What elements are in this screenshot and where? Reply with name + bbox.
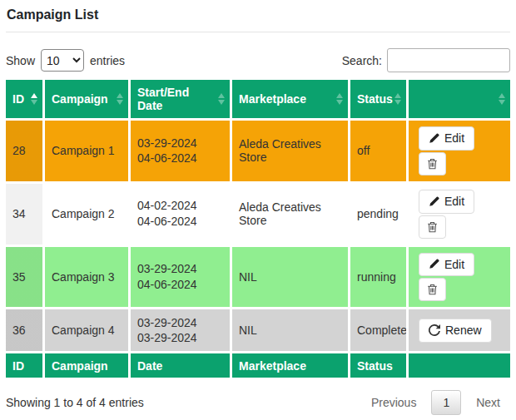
header-campaign[interactable]: Campaign <box>45 80 131 121</box>
table-row: 34 Campaign 2 04-02-2024 04-06-2024 Aled… <box>6 184 510 247</box>
table-row: 28 Campaign 1 03-29-2024 04-06-2024 Aled… <box>6 121 510 184</box>
header-date[interactable]: Start/End Date <box>131 80 232 121</box>
footer-row: ID Campaign Date Marketplace Status <box>6 353 510 380</box>
search-label: Search: <box>342 54 382 67</box>
table-foot: ID Campaign Date Marketplace Status <box>6 353 510 380</box>
cell-marketplace: NIL <box>232 247 350 310</box>
sort-asc-icon <box>499 93 505 98</box>
sort-asc-icon <box>336 93 343 98</box>
footer-status: Status <box>350 353 409 380</box>
page-length-select[interactable]: 10 <box>41 49 84 72</box>
header-status[interactable]: Status <box>350 80 409 121</box>
edit-button[interactable]: Edit <box>419 190 474 214</box>
cell-dates: 04-02-2024 04-06-2024 <box>131 184 232 247</box>
footer-id: ID <box>6 353 45 380</box>
cell-id: 36 <box>6 309 45 353</box>
header-marketplace[interactable]: Marketplace <box>232 80 350 121</box>
cell-id: 34 <box>6 184 45 247</box>
show-label: Show <box>6 54 35 67</box>
header-campaign-label: Campaign <box>52 92 108 106</box>
footer-actions <box>409 353 510 380</box>
header-date-label: Start/End Date <box>137 86 189 112</box>
end-date: 04-06-2024 <box>137 277 223 293</box>
campaign-table: ID Campaign Start/End Date Marketplace S… <box>6 80 510 380</box>
pencil-icon <box>429 259 439 269</box>
table-row: 36 Campaign 4 03-29-2024 03-29-2024 NIL … <box>6 309 510 353</box>
pencil-icon <box>429 196 439 207</box>
table-footer-bar: Showing 1 to 4 of 4 entries Previous 1 N… <box>6 390 510 415</box>
cell-dates: 03-29-2024 04-06-2024 <box>131 247 232 310</box>
refresh-icon <box>429 324 440 336</box>
cell-status: running <box>350 247 409 310</box>
edit-button-label: Edit <box>444 195 464 209</box>
sort-icons <box>31 93 37 105</box>
cell-status: off <box>350 121 409 184</box>
end-date: 04-06-2024 <box>137 151 223 166</box>
cell-actions: Renew <box>409 309 510 353</box>
end-date: 03-29-2024 <box>137 330 223 346</box>
start-date: 03-29-2024 <box>137 136 223 151</box>
cell-dates: 03-29-2024 04-06-2024 <box>131 121 232 184</box>
search-control: Search: <box>342 48 510 72</box>
sort-desc-icon <box>31 100 37 105</box>
table-controls: Show 10 entries Search: <box>6 48 510 72</box>
current-page-button[interactable]: 1 <box>431 390 461 415</box>
cell-id: 28 <box>6 121 45 184</box>
header-marketplace-label: Marketplace <box>239 92 306 106</box>
sort-asc-icon <box>394 93 401 98</box>
cell-campaign: Campaign 2 <box>45 184 131 247</box>
cell-actions: Edit <box>409 184 510 247</box>
start-date: 03-29-2024 <box>137 315 223 331</box>
cell-campaign: Campaign 1 <box>45 121 131 184</box>
edit-button[interactable]: Edit <box>419 253 474 277</box>
title-divider <box>6 32 510 32</box>
search-input[interactable] <box>387 48 510 72</box>
entries-summary: Showing 1 to 4 of 4 entries <box>6 396 144 409</box>
sort-asc-icon <box>218 93 225 98</box>
pencil-icon <box>429 133 439 144</box>
footer-date: Date <box>131 353 232 380</box>
delete-button[interactable] <box>419 215 446 239</box>
sort-desc-icon <box>394 100 401 105</box>
cell-status: pending <box>350 184 409 247</box>
header-status-label: Status <box>357 92 393 106</box>
delete-button[interactable] <box>419 278 446 301</box>
edit-button-label: Edit <box>444 131 464 146</box>
sort-asc-icon <box>117 93 123 98</box>
cell-actions: Edit <box>409 121 510 184</box>
page-length-control: Show 10 entries <box>6 49 125 72</box>
header-actions[interactable] <box>409 80 510 121</box>
header-id-label: ID <box>12 92 24 106</box>
cell-campaign: Campaign 3 <box>45 247 131 310</box>
sort-icons <box>499 93 505 105</box>
table-head: ID Campaign Start/End Date Marketplace S… <box>6 80 510 121</box>
delete-button[interactable] <box>419 152 446 175</box>
renew-button[interactable]: Renew <box>419 319 492 343</box>
edit-button-label: Edit <box>444 258 464 272</box>
footer-campaign: Campaign <box>45 353 131 380</box>
edit-button[interactable]: Edit <box>419 126 474 151</box>
sort-desc-icon <box>336 100 343 105</box>
entries-label: entries <box>90 54 125 67</box>
sort-icons <box>336 93 343 105</box>
start-date: 03-29-2024 <box>137 261 223 277</box>
cell-id: 35 <box>6 247 45 310</box>
cell-marketplace: Aleda Creatives Store <box>232 121 350 184</box>
trash-icon <box>427 284 438 295</box>
header-row: ID Campaign Start/End Date Marketplace S… <box>6 80 510 121</box>
sort-desc-icon <box>218 100 225 105</box>
trash-icon <box>427 221 438 233</box>
start-date: 04-02-2024 <box>137 198 223 214</box>
cell-marketplace: NIL <box>232 309 350 353</box>
table-body: 28 Campaign 1 03-29-2024 04-06-2024 Aled… <box>6 121 510 353</box>
previous-page-button[interactable]: Previous <box>361 391 426 414</box>
sort-icons <box>394 93 401 105</box>
next-page-button[interactable]: Next <box>466 391 510 414</box>
sort-desc-icon <box>499 100 505 105</box>
cell-campaign: Campaign 4 <box>45 309 131 353</box>
header-id[interactable]: ID <box>6 80 45 121</box>
table-row: 35 Campaign 3 03-29-2024 04-06-2024 NIL … <box>6 247 510 310</box>
end-date: 04-06-2024 <box>137 214 223 230</box>
footer-marketplace: Marketplace <box>232 353 350 380</box>
trash-icon <box>427 158 438 170</box>
